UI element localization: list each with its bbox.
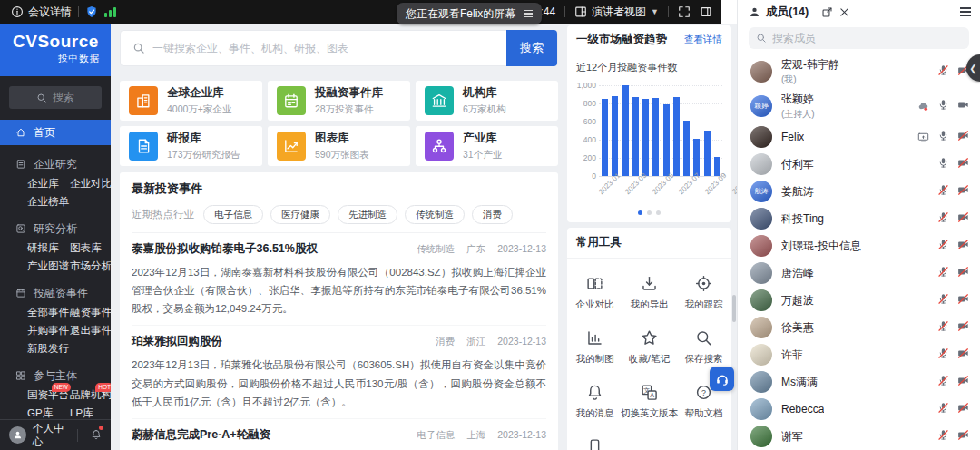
member-row[interactable]: 刘璟琨-投中信息 <box>738 232 980 259</box>
camera-icon[interactable] <box>957 98 969 114</box>
panel-menu-button[interactable] <box>960 7 971 16</box>
member-row[interactable]: Rebecca <box>738 396 980 423</box>
view-details-link[interactable]: 查看详情 <box>684 34 722 46</box>
camera-icon[interactable] <box>957 319 969 336</box>
camera-icon[interactable] <box>957 210 969 227</box>
mic-icon[interactable] <box>937 129 949 145</box>
sidebar-item[interactable]: 企业对比 <box>70 176 111 191</box>
news-item-title[interactable]: 珀莱雅拟回购股份 <box>132 334 222 349</box>
security-shield-icon[interactable] <box>85 5 98 18</box>
watching-screen-banner[interactable]: 您正在观看Felix的屏幕 <box>397 3 542 24</box>
chart-carousel-dots[interactable] <box>567 210 731 222</box>
sidebar-item[interactable]: 企业榜单 <box>27 194 70 210</box>
fullscreen-button[interactable] <box>678 5 691 18</box>
industry-tag[interactable]: 消费 <box>472 205 513 224</box>
camera-icon[interactable] <box>957 428 969 445</box>
card-research-reports[interactable]: 研报库173万份研究报告 <box>120 126 262 166</box>
news-item-title[interactable]: 蔚赫信息完成Pre-A+轮融资 <box>132 427 270 443</box>
member-row[interactable]: Ms满满 <box>738 368 980 396</box>
search-button[interactable]: 搜索 <box>506 30 557 66</box>
sidebar-item[interactable]: 市场分析 <box>70 259 111 274</box>
sidebar-item[interactable]: 新股发行 <box>27 341 70 357</box>
tool-switch-language[interactable]: 文A切换英文版本 <box>621 384 678 420</box>
mic-icon[interactable] <box>937 210 949 227</box>
member-row[interactable]: 徐美惠 <box>738 314 980 341</box>
industry-tag[interactable]: 先进制造 <box>338 205 397 224</box>
member-row[interactable]: 科投Ting <box>738 205 980 232</box>
card-deal-events[interactable]: 投融资事件库28万投资事件 <box>268 81 410 121</box>
mic-icon[interactable] <box>937 265 949 281</box>
tool-company-compare[interactable]: 企业对比 <box>576 275 614 311</box>
camera-icon[interactable] <box>957 238 969 254</box>
sidebar-item[interactable]: 企业库 <box>27 176 70 191</box>
camera-icon[interactable] <box>957 374 969 390</box>
sidebar-item[interactable]: 品牌机构HOT <box>70 387 111 403</box>
mic-icon[interactable] <box>937 292 949 308</box>
sidebar-item[interactable]: 国资平台NEW <box>27 387 70 403</box>
camera-icon[interactable] <box>957 265 969 281</box>
mic-icon[interactable] <box>937 319 949 336</box>
tool-my-exports[interactable]: 我的导出 <box>631 275 669 311</box>
member-row[interactable]: 宏观-韩宇静 (我) <box>738 54 980 89</box>
tool-my-messages[interactable]: 我的消息 <box>576 384 614 420</box>
sidebar-item[interactable]: LP库 <box>70 406 111 419</box>
camera-icon[interactable] <box>957 347 969 363</box>
member-search-input[interactable] <box>772 32 962 44</box>
card-global-companies[interactable]: 全球企业库4000万+家企业 <box>120 81 262 121</box>
mic-icon[interactable] <box>937 428 949 445</box>
mic-icon[interactable] <box>937 238 949 254</box>
news-item-title[interactable]: 泰嘉股份拟收购铂泰电子36.51%股权 <box>132 241 318 257</box>
camera-icon[interactable] <box>957 401 969 417</box>
member-row[interactable]: 许菲 <box>738 341 980 368</box>
meeting-detail-button[interactable]: 会议详情 <box>11 5 72 20</box>
card-institutions[interactable]: 机构库6万家机构 <box>416 81 558 121</box>
tool-saved-searches[interactable]: 保存搜索 <box>685 329 723 366</box>
member-row[interactable]: 航涛 姜航涛 <box>738 178 980 205</box>
user-avatar[interactable] <box>9 426 26 444</box>
customer-service-button[interactable] <box>710 367 734 391</box>
camera-icon[interactable] <box>957 183 969 200</box>
sidebar-item[interactable]: 并购事件 <box>27 323 70 338</box>
sidebar-item[interactable]: 图表库 <box>70 240 111 256</box>
mic-icon[interactable] <box>937 64 949 80</box>
camera-icon[interactable] <box>957 129 969 145</box>
tool-my-tracking[interactable]: 我的跟踪 <box>685 275 723 311</box>
industry-tag[interactable]: 传统制造 <box>405 205 465 224</box>
mic-icon[interactable] <box>937 156 949 172</box>
notifications-button[interactable] <box>91 427 102 444</box>
mic-icon[interactable] <box>937 183 949 200</box>
mic-icon[interactable] <box>937 374 949 390</box>
global-search-input[interactable] <box>152 42 499 54</box>
view-mode-selector[interactable]: 演讲者视图 ▼ <box>574 5 659 20</box>
sidebar-item-home[interactable]: 首页 <box>0 120 111 145</box>
member-row[interactable]: 唐浩峰 <box>738 259 980 287</box>
mic-icon[interactable] <box>937 401 949 417</box>
sidebar-item[interactable]: 全部事件 <box>27 305 70 320</box>
close-panel-button[interactable] <box>838 6 850 18</box>
mic-icon[interactable] <box>937 347 949 363</box>
camera-icon[interactable] <box>957 156 969 172</box>
sidebar-search[interactable]: 搜索 <box>9 86 102 109</box>
industry-tag[interactable]: 医疗健康 <box>270 205 330 224</box>
camera-icon[interactable] <box>957 292 969 308</box>
tool-favorites-notes[interactable]: 收藏/笔记 <box>629 329 670 366</box>
card-charts[interactable]: 图表库590万张图表 <box>268 126 410 166</box>
tool-my-charts[interactable]: 我的制图 <box>576 329 614 366</box>
member-row[interactable]: Felix <box>738 123 980 151</box>
sidebar-item[interactable]: 融资事件 <box>70 305 111 320</box>
profile-label[interactable]: 个人中心 <box>33 422 71 449</box>
mic-icon[interactable] <box>937 98 949 114</box>
side-panel-toggle[interactable] <box>700 5 712 18</box>
popout-panel-button[interactable] <box>821 6 833 18</box>
industry-tag[interactable]: 电子信息 <box>203 205 263 224</box>
scrollbar[interactable] <box>732 295 736 322</box>
member-row[interactable]: 付利军 <box>738 151 980 178</box>
member-row[interactable]: 颖婷 张颖婷 (主持人) <box>738 89 980 123</box>
sidebar-item[interactable]: 研报库 <box>27 240 70 256</box>
member-row[interactable]: 万超波 <box>738 287 980 314</box>
menu-icon[interactable] <box>524 10 533 17</box>
card-industries[interactable]: 产业库31个产业 <box>416 126 558 166</box>
sidebar-item[interactable]: GP库 <box>27 406 70 419</box>
sidebar-item[interactable]: 产业图谱 <box>27 259 70 274</box>
member-row[interactable]: 谢军 <box>738 423 980 450</box>
